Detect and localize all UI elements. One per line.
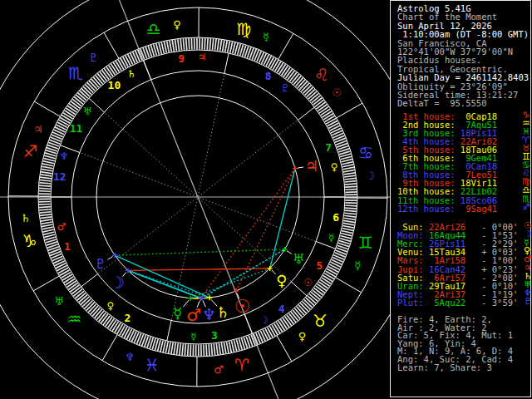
house-number-5: 5 — [316, 259, 323, 272]
house-number-2: 2 — [124, 312, 131, 324]
aspect-line-saturn-pluto — [115, 255, 209, 298]
house-number-6: 6 — [332, 211, 339, 224]
sign-ruler-glyph-taurus: ♀ — [298, 330, 307, 342]
pointer-line-pluto — [108, 257, 113, 260]
house-cusp-row: 12th house: 9Sag41♐ — [397, 204, 497, 213]
sign-ruler-glyph-gemini: ☿ — [354, 259, 361, 272]
pointer-line-venus — [272, 270, 276, 274]
house-number-12: 12 — [53, 170, 66, 183]
house-number-3: 3 — [211, 329, 218, 342]
sign-ruler-glyph-cancer: ☽ — [366, 170, 376, 182]
planet-glyph-mercury: ☿ — [173, 304, 182, 322]
house-ruler-glyph-3: ☿ — [190, 331, 196, 342]
planet-glyph-neptune: ♆ — [202, 305, 216, 323]
sign-boundary — [34, 101, 60, 116]
sign-boundary — [337, 103, 362, 118]
house-ring-boundary — [224, 53, 229, 74]
pointer-line-jupiter — [298, 167, 303, 168]
sign-glyph-taurus: ♉ — [313, 311, 328, 331]
house-ring-boundary — [298, 107, 315, 120]
house-number-8: 8 — [265, 70, 272, 82]
sign-boundary — [104, 32, 119, 58]
sign-ruler-glyph-leo: ☉ — [332, 86, 342, 99]
house-ruler-glyph-10: ♄ — [127, 68, 136, 80]
sign-ruler-glyph-sagittarius: ♃ — [33, 123, 43, 135]
header-line: DeltaT = 95.5550 — [397, 99, 486, 107]
sign-glyph-capricorn: ♑ — [22, 231, 37, 251]
house-ruler-glyph-7: ♀ — [331, 161, 338, 173]
sign-boundary — [33, 276, 59, 291]
aspect-line-mars-uranus — [201, 249, 285, 298]
sign-ruler-glyph-aquarius: ♅ — [54, 295, 64, 308]
house-number-10: 10 — [108, 79, 121, 91]
house-number-4: 4 — [278, 303, 285, 315]
house-ruler-glyph-4: ☽ — [259, 314, 268, 326]
house-number-11: 11 — [70, 122, 83, 135]
house-number-1: 1 — [64, 240, 71, 253]
sign-ruler-glyph-virgo: ☿ — [263, 31, 269, 43]
sign-glyph-scorpio: ♏ — [68, 63, 83, 83]
sign-ruler-glyph-pisces: ♆ — [125, 351, 135, 363]
pointer-line-uranus — [287, 251, 292, 254]
house-number-9: 9 — [178, 52, 185, 65]
sign-boundary — [336, 278, 362, 293]
sign-ruler-glyph-capricorn: ♄ — [21, 212, 31, 224]
house-ring-boundary — [244, 314, 252, 333]
house-ruler-glyph-8: ♇ — [281, 82, 290, 94]
planet-glyph-saturn: ♄ — [216, 303, 229, 321]
house-ruler-glyph-12: ♆ — [60, 150, 69, 162]
house-ring-boundary — [144, 61, 151, 80]
sign-boundary — [277, 336, 292, 362]
planet-glyph-moon: ☽ — [110, 273, 125, 293]
house-ruler-glyph-1: ♂ — [57, 221, 66, 233]
planet-glyph-sun: ☉ — [234, 296, 251, 317]
sign-glyph-virgo: ♍ — [236, 19, 251, 39]
sign-glyph-gemini: ♊ — [358, 233, 373, 253]
house-ruler-glyph-9: ♃ — [198, 52, 207, 63]
planet-glyph-pluto: ♇ — [95, 256, 106, 272]
chart-wheel: ♈♂♉♀♊☿♋☽♌☉♍☿♎♀♏♇♐♃♑♄♒♅♓♆1♂2♀3☿4☽5☉6☿7♀8♇… — [0, 0, 391, 399]
astrolog-window: ♈♂♉♀♊☿♋☽♌☉♍☿♎♀♏♇♐♃♑♄♒♅♓♆1♂2♀3☿4☽5☉6☿7♀8♇… — [0, 0, 532, 399]
sign-glyph-aquarius: ♒ — [66, 309, 81, 329]
planet-position-row: Plut: 5Aqu22 - 3°59'♇ — [397, 298, 518, 307]
sign-ruler-glyph-scorpio: ♇ — [89, 52, 99, 64]
house-ruler-glyph-5: ☉ — [303, 277, 313, 288]
sign-glyph-cancer: ♋ — [358, 143, 373, 163]
sign-boundary — [102, 335, 117, 361]
house-ring-boundary — [167, 321, 171, 342]
house-number-7: 7 — [325, 141, 332, 154]
sign-ruler-glyph-libra: ♀ — [173, 18, 181, 31]
sign-boundary — [278, 33, 293, 59]
planet-glyph-mars: ♂ — [186, 305, 201, 325]
house-ruler-glyph-11: ♅ — [83, 106, 92, 117]
sign-glyph-aries: ♈ — [234, 355, 249, 375]
sign-glyph-libra: ♎ — [146, 19, 161, 39]
aspect-line-venus-mercury — [190, 268, 270, 298]
sign-ruler-glyph-aries: ♂ — [214, 363, 224, 376]
sign-glyph-leo: ♌ — [314, 65, 329, 85]
planet-glyph-venus: ♀ — [276, 272, 287, 289]
info-panel: Astrolog 5.41GChart of the MomentSun Apr… — [390, 0, 532, 399]
aspect-line-pluto-uranus — [115, 249, 285, 255]
house-ring-boundary — [81, 274, 98, 287]
house-ruler-glyph-6: ☿ — [328, 232, 334, 244]
sign-glyph-pisces: ♓ — [145, 355, 160, 375]
sign-glyph-sagittarius: ♐ — [22, 141, 37, 161]
planet-glyph-jupiter: ♃ — [305, 157, 318, 175]
house-ruler-glyph-2: ♀ — [106, 300, 114, 312]
planet-glyph-uranus: ♅ — [293, 251, 304, 267]
stat-line: Learn: 7, Share: 3 — [397, 363, 492, 372]
